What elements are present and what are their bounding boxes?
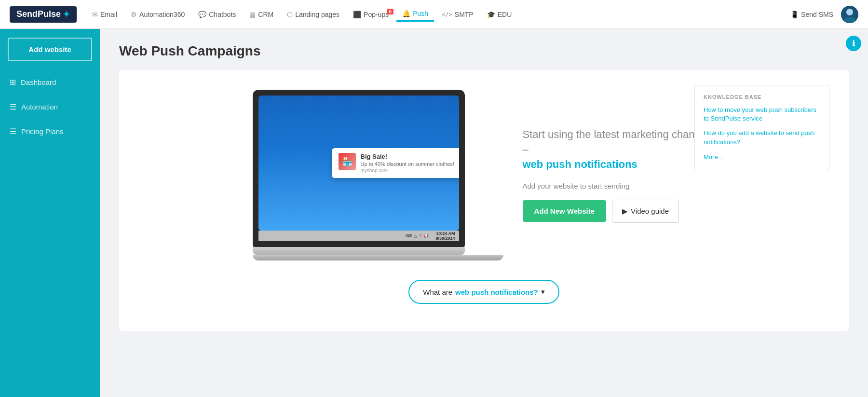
send-sms-button[interactable]: 📱 Send SMS: [790, 11, 833, 18]
nav-item-landing-pages[interactable]: ⬡ Landing pages: [281, 8, 345, 21]
faq-button-plain: What are: [423, 288, 452, 296]
add-new-website-button[interactable]: Add New Website: [523, 200, 607, 222]
cta-intro-text: Start using the latest marketing channel…: [523, 127, 716, 172]
crm-icon: ▦: [249, 11, 256, 18]
kb-link-1[interactable]: How to move your web push subscribers to…: [704, 106, 820, 123]
notification-content: Big Sale! Up to 40% discount on summer c…: [361, 153, 454, 173]
avatar-image: [841, 6, 858, 23]
nav-label-edu: EDU: [498, 11, 512, 18]
nav-label-landing-pages: Landing pages: [295, 11, 339, 18]
sidebar-label-pricing-plans: Pricing Plans: [21, 127, 64, 136]
push-notification-preview: 🏪 Big Sale! Up to 40% discount on summer…: [332, 148, 459, 178]
cta-sub-text: Add your website to start sending: [523, 182, 716, 190]
logo[interactable]: SendPulse✦: [10, 6, 77, 23]
laptop-illustration: 🏪 Big Sale! Up to 40% discount on summer…: [253, 90, 494, 260]
layout: Add website ⊞ Dashboard ☰ Automation ☰ P…: [0, 29, 868, 397]
notification-body: Up to 40% discount on summer clothes!: [361, 161, 454, 167]
beta-badge: B: [387, 9, 393, 14]
cta-intro-highlight: web push notifications: [523, 158, 637, 170]
play-icon: ▶: [622, 207, 628, 216]
edu-icon: 🎓: [487, 11, 495, 18]
knowledge-base-panel: KNOWLEDGE BASE How to move your web push…: [694, 85, 829, 170]
dashboard-icon: ⊞: [10, 78, 16, 87]
sidebar-label-dashboard: Dashboard: [21, 78, 56, 86]
laptop-screen: 🏪 Big Sale! Up to 40% discount on summer…: [258, 96, 459, 231]
notification-url: myshop.com: [361, 168, 454, 173]
nav-items: ✉ Email ⚙ Automation360 💬 Chatbots ▦ CRM…: [86, 7, 790, 22]
automation-icon: ☰: [10, 102, 16, 111]
send-sms-label: Send SMS: [801, 11, 833, 18]
kb-link-2[interactable]: How do you add a website to send push no…: [704, 129, 820, 146]
notification-app-icon: 🏪: [339, 153, 356, 170]
nav-item-smtp[interactable]: </> SMTP: [436, 8, 479, 21]
faq-button-highlight: web push notifications?: [455, 288, 538, 296]
push-icon: 🔔: [402, 10, 410, 17]
top-navigation: SendPulse✦ ✉ Email ⚙ Automation360 💬 Cha…: [0, 0, 868, 29]
cta-intro-line1: Start using the latest marketing channel…: [523, 128, 709, 155]
laptop-taskbar: ⌨ △ □ 📢 10:24 AM 9/30/2014: [258, 231, 459, 241]
nav-label-automation360: Automation360: [139, 11, 185, 18]
info-icon: ℹ: [852, 39, 855, 48]
sidebar-label-automation: Automation: [21, 103, 58, 111]
nav-item-edu[interactable]: 🎓 EDU: [481, 8, 518, 21]
chatbots-icon: 💬: [198, 11, 206, 18]
laptop-screen-bezel: 🏪 Big Sale! Up to 40% discount on summer…: [253, 90, 465, 247]
nav-label-push: Push: [413, 10, 428, 17]
cta-buttons: Add New Website ▶ Video guide: [523, 200, 716, 223]
nav-item-email[interactable]: ✉ Email: [86, 8, 123, 21]
cta-area: Start using the latest marketing channel…: [523, 127, 716, 222]
nav-label-crm: CRM: [258, 11, 273, 18]
sidebar-item-dashboard[interactable]: ⊞ Dashboard: [0, 70, 100, 95]
email-icon: ✉: [92, 11, 98, 18]
nav-right: 📱 Send SMS: [790, 6, 858, 23]
nav-item-crm[interactable]: ▦ CRM: [244, 8, 279, 21]
video-guide-button[interactable]: ▶ Video guide: [612, 200, 679, 223]
nav-label-smtp: SMTP: [455, 11, 474, 18]
info-icon-button[interactable]: ℹ: [846, 36, 861, 51]
page-title: Web Push Campaigns: [119, 43, 849, 59]
automation360-icon: ⚙: [131, 11, 137, 18]
logo-text: SendPulse: [16, 9, 61, 19]
laptop-base: [253, 247, 465, 255]
taskbar-kb-icon: ⌨: [406, 233, 412, 238]
faq-button-arrow: ▾: [541, 287, 545, 296]
notification-title: Big Sale!: [361, 153, 454, 160]
sidebar: Add website ⊞ Dashboard ☰ Automation ☰ P…: [0, 29, 100, 397]
sidebar-navigation: ⊞ Dashboard ☰ Automation ☰ Pricing Plans: [0, 70, 100, 144]
kb-more-link[interactable]: More...: [704, 153, 723, 161]
content-card: 🏪 Big Sale! Up to 40% discount on summer…: [119, 70, 849, 331]
nav-item-automation360[interactable]: ⚙ Automation360: [125, 8, 190, 21]
nav-label-chatbots: Chatbots: [209, 11, 236, 18]
nav-item-push[interactable]: 🔔 Push: [396, 7, 434, 22]
knowledge-base-title: KNOWLEDGE BASE: [704, 94, 820, 100]
logo-plus: ✦: [63, 9, 70, 20]
nav-label-pop-ups: Pop-ups: [364, 11, 389, 18]
smtp-icon: </>: [442, 11, 452, 18]
laptop-bottom: [253, 255, 503, 260]
taskbar-time-block: 10:24 AM 9/30/2014: [435, 231, 455, 241]
nav-item-pop-ups[interactable]: ⬛ Pop-ups B: [347, 8, 394, 21]
taskbar-icons: ⌨ △ □ 📢: [406, 233, 429, 238]
main-content: Web Push Campaigns 🏪 Big Sale! Up to 40%…: [100, 29, 868, 397]
web-push-faq-button[interactable]: What are web push notifications? ▾: [408, 280, 559, 304]
avatar[interactable]: [841, 6, 858, 23]
taskbar-vol-icon: 📢: [423, 233, 429, 238]
pop-ups-icon: ⬛: [353, 11, 361, 18]
pricing-plans-icon: ☰: [10, 127, 16, 136]
svg-point-1: [846, 9, 853, 15]
taskbar-sq-icon: □: [419, 233, 421, 238]
sidebar-item-automation[interactable]: ☰ Automation: [0, 95, 100, 119]
nav-label-email: Email: [100, 11, 117, 18]
landing-pages-icon: ⬡: [287, 11, 293, 18]
taskbar-win-icon: △: [414, 233, 417, 238]
sms-icon: 📱: [790, 11, 799, 18]
sidebar-add-website-button[interactable]: Add website: [8, 38, 92, 61]
taskbar-time: 10:24 AM: [436, 231, 455, 236]
video-guide-label: Video guide: [631, 207, 669, 215]
sidebar-item-pricing-plans[interactable]: ☰ Pricing Plans: [0, 119, 100, 144]
nav-item-chatbots[interactable]: 💬 Chatbots: [192, 8, 242, 21]
taskbar-date: 9/30/2014: [435, 236, 455, 241]
